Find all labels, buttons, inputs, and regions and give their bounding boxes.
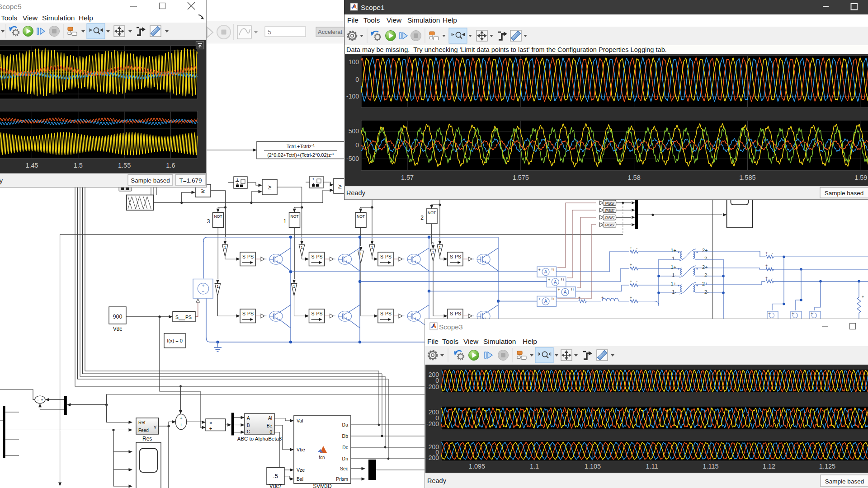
svg-text:Scope3: Scope3	[439, 323, 463, 331]
svg-text:-200: -200	[426, 420, 439, 427]
svg-text:PS: PS	[455, 311, 461, 316]
svg-text:1-: 1-	[672, 256, 676, 261]
svg-text:+: +	[765, 263, 768, 268]
svg-text:1.6: 1.6	[166, 162, 175, 169]
svg-text:i: i	[573, 287, 574, 291]
svg-text:PS: PS	[385, 254, 392, 259]
svg-text:i: i	[563, 277, 564, 282]
svg-text:+: +	[768, 311, 770, 315]
svg-text:S: S	[175, 314, 179, 320]
svg-text:-500: -500	[346, 155, 359, 162]
svg-text:Help: Help	[523, 338, 537, 345]
svg-text:+: +	[630, 279, 632, 284]
svg-text:A: A	[564, 290, 567, 295]
svg-text:NOT: NOT	[214, 214, 222, 219]
svg-text:PS: PS	[247, 311, 254, 316]
svg-text:+: +	[630, 263, 632, 267]
svg-text:2-: 2-	[704, 289, 709, 295]
svg-text:i: i	[553, 267, 554, 272]
svg-text:View: View	[23, 14, 38, 22]
svg-text:PS: PS	[247, 254, 254, 259]
svg-text:Sec: Sec	[340, 466, 348, 471]
svg-text:S: S	[242, 254, 245, 259]
svg-text:1.58: 1.58	[627, 174, 640, 181]
svg-text:+: +	[765, 251, 768, 255]
svg-text:T=1.679: T=1.679	[179, 177, 202, 184]
svg-text:1: 1	[371, 245, 373, 250]
svg-text:View: View	[387, 16, 402, 24]
svg-text:Vdc7: Vdc7	[269, 483, 282, 488]
svg-text:1.105: 1.105	[585, 463, 601, 470]
svg-text:1.115: 1.115	[703, 463, 718, 470]
svg-text:Simulation: Simulation	[483, 338, 516, 345]
svg-text:+: +	[811, 311, 813, 315]
svg-text:+: +	[538, 267, 541, 272]
svg-text:fcn: fcn	[319, 455, 325, 460]
svg-text:+: +	[630, 246, 632, 250]
svg-text:+: +	[558, 287, 560, 292]
svg-text:≥: ≥	[268, 183, 272, 191]
svg-text:-200: -200	[426, 454, 439, 461]
svg-text:Sample based: Sample based	[825, 190, 863, 197]
svg-text:Res: Res	[142, 436, 152, 442]
svg-text:1: 1	[236, 178, 238, 182]
svg-text:Y: Y	[153, 425, 156, 430]
svg-text:Ready: Ready	[0, 177, 3, 184]
svg-text:1+: 1+	[670, 248, 676, 253]
svg-text:Scope5: Scope5	[0, 3, 22, 10]
svg-text:PSS: PSS	[605, 201, 614, 206]
svg-text:2-: 2-	[704, 272, 709, 278]
svg-text:1.45: 1.45	[25, 162, 38, 169]
svg-text:+: +	[538, 297, 541, 301]
svg-text:Be: Be	[267, 423, 273, 428]
svg-text:PS: PS	[455, 254, 461, 259]
svg-text:Simulation: Simulation	[407, 16, 440, 24]
svg-text:÷: ÷	[209, 426, 212, 431]
svg-text:i: i	[553, 297, 554, 301]
svg-text:Dn: Dn	[342, 456, 349, 461]
svg-text:Tools: Tools	[1, 14, 17, 22]
svg-text:S: S	[311, 254, 315, 259]
svg-text:NOT: NOT	[428, 211, 436, 215]
svg-text:+: +	[202, 283, 205, 288]
svg-text:1.1: 1.1	[530, 463, 539, 470]
svg-text:1: 1	[283, 218, 287, 225]
svg-text:1.125: 1.125	[819, 463, 835, 470]
svg-text:SVM3D: SVM3D	[313, 483, 332, 488]
svg-text:-: -	[636, 262, 637, 267]
svg-text:+: +	[179, 422, 182, 427]
svg-text:−: −	[37, 398, 39, 402]
svg-text:0: 0	[355, 76, 359, 83]
svg-text:Help: Help	[443, 16, 457, 24]
svg-text:500: 500	[349, 127, 359, 135]
svg-text:Prism: Prism	[336, 476, 348, 482]
svg-text:A: A	[544, 299, 547, 304]
svg-text:-: -	[636, 279, 637, 284]
svg-text:PSS: PSS	[605, 215, 614, 220]
svg-text:3: 3	[207, 218, 210, 225]
svg-text:1.575: 1.575	[513, 174, 529, 181]
svg-text:≥: ≥	[338, 183, 342, 190]
svg-text:2-: 2-	[704, 256, 709, 261]
svg-text:-: -	[772, 275, 773, 280]
svg-text:(2*0.02+Tctrl)+(Tctrl-2*0.02)z: (2*0.02+Tctrl)+(Tctrl-2*0.02)z-1	[267, 152, 334, 158]
svg-text:1.585: 1.585	[739, 174, 755, 181]
svg-text:Dc: Dc	[342, 445, 348, 450]
svg-text:×: ×	[209, 420, 212, 426]
svg-text:-: -	[619, 295, 620, 300]
svg-text:Tools: Tools	[442, 338, 458, 345]
svg-text:ABC to AlphaBeta8: ABC to AlphaBeta8	[237, 436, 282, 441]
svg-text:Help: Help	[79, 14, 93, 22]
svg-text:+: +	[630, 296, 632, 300]
svg-text:A: A	[554, 280, 557, 285]
svg-text:PS: PS	[185, 314, 192, 320]
svg-text:-200: -200	[426, 383, 439, 390]
svg-text:A: A	[544, 269, 547, 274]
svg-text:2+: 2+	[702, 281, 708, 286]
svg-text:1.59: 1.59	[854, 174, 867, 181]
svg-text:PS: PS	[316, 311, 323, 316]
svg-text:1.12: 1.12	[763, 463, 775, 470]
svg-text:.5: .5	[273, 473, 278, 479]
svg-text:-: -	[772, 263, 773, 268]
svg-text:f(x) = 0: f(x) = 0	[167, 338, 183, 343]
